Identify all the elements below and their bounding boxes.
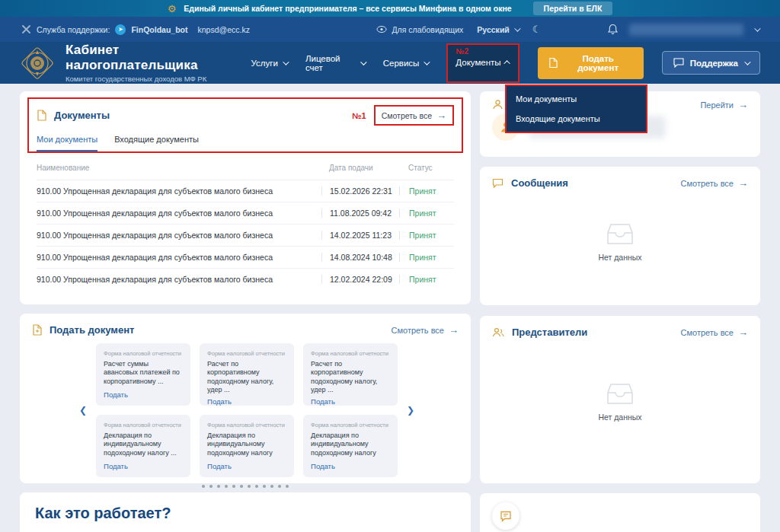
submit-link[interactable]: Подать bbox=[311, 462, 390, 470]
status-badge: Принят bbox=[399, 209, 454, 218]
representatives-empty-state: Нет данных bbox=[492, 382, 748, 422]
submit-view-all-link[interactable]: Смотреть все → bbox=[392, 324, 459, 336]
document-icon bbox=[37, 110, 46, 121]
table-row[interactable]: 910.00 Упрощенная декларация для субъект… bbox=[37, 202, 454, 224]
chat-icon bbox=[673, 58, 684, 68]
messages-panel: Сообщения Смотреть все → Нет данных bbox=[480, 167, 760, 305]
representatives-view-all-link[interactable]: Смотреть все → bbox=[681, 327, 748, 338]
notifications-button[interactable] bbox=[607, 24, 619, 36]
arrow-right-icon: → bbox=[738, 327, 748, 338]
annotation-box-1: Документы №1 Смотреть все → Мои документ… bbox=[27, 97, 463, 153]
nav-account[interactable]: Лицевой счет bbox=[305, 54, 365, 72]
column-status: Статус bbox=[399, 164, 454, 172]
user-menu-chevron-icon[interactable] bbox=[754, 25, 760, 31]
profile-go-link[interactable]: Перейти → bbox=[700, 99, 748, 110]
dark-mode-toggle[interactable]: ☾ bbox=[532, 24, 542, 35]
form-card[interactable]: Форма налоговой отчетности Декларация по… bbox=[96, 415, 190, 477]
status-badge: Принят bbox=[399, 253, 454, 262]
chevron-down-icon bbox=[424, 59, 430, 65]
moon-icon: ☾ bbox=[532, 24, 542, 35]
form-cards-grid: Форма налоговой отчетности Расчет суммы … bbox=[96, 343, 398, 477]
submit-link[interactable]: Подать bbox=[311, 397, 390, 406]
form-card[interactable]: Форма налоговой отчетности Расчет по кор… bbox=[303, 343, 398, 406]
nav-documents[interactable]: Документы bbox=[456, 58, 510, 67]
tab-incoming-documents[interactable]: Входящие документы bbox=[114, 135, 199, 151]
representatives-panel-title: Представители bbox=[512, 327, 587, 338]
document-icon bbox=[548, 57, 558, 68]
language-label: Русский bbox=[477, 25, 509, 34]
how-it-works-title: Как это работает? bbox=[35, 505, 456, 522]
bell-icon bbox=[607, 24, 619, 36]
message-icon bbox=[500, 511, 512, 522]
form-card[interactable]: Форма налоговой отчетности Расчет суммы … bbox=[96, 343, 190, 406]
accessibility-toggle[interactable]: Для слабовидящих bbox=[376, 25, 463, 34]
nav-servicesb[interactable]: Сервисы bbox=[383, 59, 429, 68]
annotation-label-2: №2 bbox=[456, 47, 510, 56]
messages-empty-state: Нет данных bbox=[492, 222, 748, 262]
people-icon bbox=[492, 327, 504, 338]
table-row[interactable]: 910.00 Упрощенная декларация для субъект… bbox=[37, 180, 454, 202]
arrow-right-icon: → bbox=[738, 99, 748, 110]
person-icon bbox=[492, 99, 503, 110]
column-name: Наименование bbox=[37, 164, 321, 172]
representatives-panel: Представители Смотреть все → Нет данных bbox=[480, 316, 760, 483]
empty-inbox-icon bbox=[603, 222, 637, 247]
submit-document-button[interactable]: Подать документ bbox=[538, 47, 644, 79]
carousel-next-button[interactable]: ❯ bbox=[407, 405, 414, 416]
chevron-up-icon bbox=[503, 60, 510, 66]
support-label: Служба поддержки: bbox=[37, 25, 110, 34]
table-header: Наименование Дата подачи Статус bbox=[37, 153, 454, 180]
nav-services[interactable]: Услуги bbox=[251, 59, 287, 68]
chevron-down-icon bbox=[360, 59, 366, 65]
chevron-down-icon bbox=[744, 59, 750, 65]
table-row[interactable]: 910.00 Упрощенная декларация для субъект… bbox=[37, 224, 454, 246]
support-tools-icon bbox=[21, 24, 31, 34]
arrow-right-icon: → bbox=[436, 110, 446, 121]
form-card[interactable]: Форма налоговой отчетности Расчет по кор… bbox=[200, 343, 294, 406]
chevron-down-icon bbox=[283, 59, 289, 65]
dropdown-item-incoming-documents[interactable]: Входящие документы bbox=[507, 109, 646, 129]
submit-link[interactable]: Подать bbox=[104, 390, 183, 399]
elk-banner-text: Единый личный кабинет предпринимателя – … bbox=[184, 4, 511, 13]
submit-link[interactable]: Подать bbox=[207, 397, 286, 406]
go-to-elk-button[interactable]: Перейти в ЕЛК bbox=[533, 2, 613, 15]
messages-view-all-link[interactable]: Смотреть все → bbox=[681, 177, 748, 189]
documents-panel: Документы №1 Смотреть все → Мои документ… bbox=[20, 91, 471, 304]
carousel-prev-button[interactable]: ❮ bbox=[79, 405, 87, 416]
form-card[interactable]: Форма налоговой отчетности Декларация по… bbox=[200, 415, 294, 477]
submit-link[interactable]: Подать bbox=[104, 462, 183, 470]
accessibility-label: Для слабовидящих bbox=[392, 25, 463, 34]
main-nav: Услуги Лицевой счет Сервисы №2 Документы… bbox=[251, 43, 760, 83]
documents-view-all-link[interactable]: Смотреть все → bbox=[374, 105, 454, 126]
elk-banner: ⚙ Единый личный кабинет предпринимателя … bbox=[0, 0, 780, 17]
arrow-right-icon: → bbox=[449, 324, 459, 336]
chevron-down-icon bbox=[514, 25, 520, 31]
utility-bar: Служба поддержки: ➤ FinQoldau_bot knpsd@… bbox=[0, 17, 780, 42]
annotation-label-1: №1 bbox=[352, 111, 366, 120]
brand: Кабинет налогоплательщика Комитет госуда… bbox=[66, 43, 251, 83]
support-email-link[interactable]: knpsd@ecc.kz bbox=[197, 25, 249, 34]
kgd-logo bbox=[20, 46, 55, 81]
app-subtitle: Комитет государственных доходов МФ РК bbox=[66, 75, 251, 83]
messages-panel-title: Сообщения bbox=[511, 177, 568, 189]
document-plus-icon bbox=[32, 324, 42, 336]
documents-dropdown: Мои документы Входящие документы bbox=[505, 84, 647, 133]
carousel-dots[interactable] bbox=[32, 485, 459, 488]
dropdown-item-my-documents[interactable]: Мои документы bbox=[507, 89, 646, 109]
empty-label: Нет данных bbox=[598, 253, 641, 262]
table-row[interactable]: 910.00 Упрощенная декларация для субъект… bbox=[37, 268, 454, 290]
how-it-works-panel: Как это работает? bbox=[20, 492, 471, 532]
documents-table: Наименование Дата подачи Статус 910.00 У… bbox=[27, 153, 463, 290]
arrow-right-icon: → bbox=[738, 177, 748, 189]
tab-my-documents[interactable]: Мои документы bbox=[37, 135, 98, 151]
language-selector[interactable]: Русский bbox=[477, 25, 518, 34]
chat-icon bbox=[492, 178, 503, 188]
submit-link[interactable]: Подать bbox=[207, 462, 286, 470]
support-button[interactable]: Поддержка bbox=[662, 51, 760, 75]
telegram-icon[interactable]: ➤ bbox=[115, 24, 126, 35]
empty-inbox-icon bbox=[603, 382, 637, 406]
annotation-box-2: №2 Документы bbox=[446, 43, 519, 83]
form-card[interactable]: Форма налоговой отчетности Декларация по… bbox=[303, 415, 398, 477]
table-row[interactable]: 910.00 Упрощенная декларация для субъект… bbox=[37, 246, 454, 268]
telegram-bot-link[interactable]: FinQoldau_bot bbox=[131, 25, 187, 34]
